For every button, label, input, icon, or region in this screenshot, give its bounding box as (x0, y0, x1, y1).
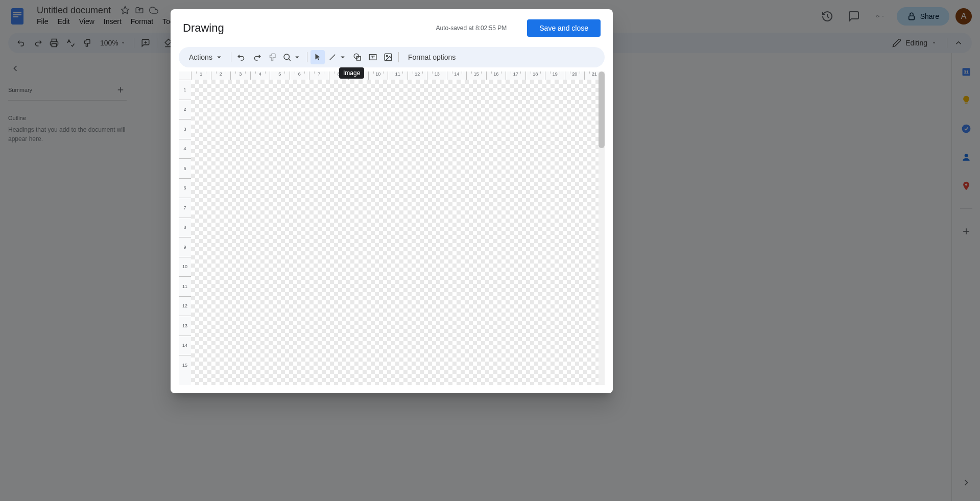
svg-line-25 (289, 59, 291, 61)
actions-dropdown[interactable]: Actions (185, 50, 228, 64)
vertical-ruler: 123456789101112131415 (179, 80, 191, 385)
canvas-scrollbar[interactable] (599, 71, 605, 385)
svg-point-33 (386, 55, 388, 57)
undo-drawing-button[interactable] (234, 50, 249, 64)
svg-line-26 (330, 55, 336, 60)
drawing-canvas[interactable] (191, 80, 605, 385)
ruler-corner (179, 71, 191, 80)
redo-drawing-button[interactable] (250, 50, 264, 64)
horizontal-ruler: 123456789101112131415161718192021 (191, 71, 605, 80)
autosave-status: Auto-saved at 8:02:55 PM (436, 25, 507, 32)
dialog-title: Drawing (183, 21, 224, 35)
format-options-button[interactable]: Format options (402, 50, 462, 64)
select-tool[interactable] (310, 50, 325, 64)
save-close-button[interactable]: Save and close (527, 19, 601, 37)
zoom-drawing-button[interactable] (280, 50, 304, 64)
image-tooltip: Image (339, 67, 364, 79)
shape-tool[interactable] (350, 50, 365, 64)
svg-point-24 (284, 54, 290, 60)
textbox-tool[interactable] (366, 50, 380, 64)
line-tool[interactable] (326, 50, 349, 64)
drawing-dialog: Drawing Auto-saved at 8:02:55 PM Save an… (171, 9, 613, 393)
paint-format-drawing-button (265, 50, 279, 64)
image-tool[interactable] (381, 50, 395, 64)
